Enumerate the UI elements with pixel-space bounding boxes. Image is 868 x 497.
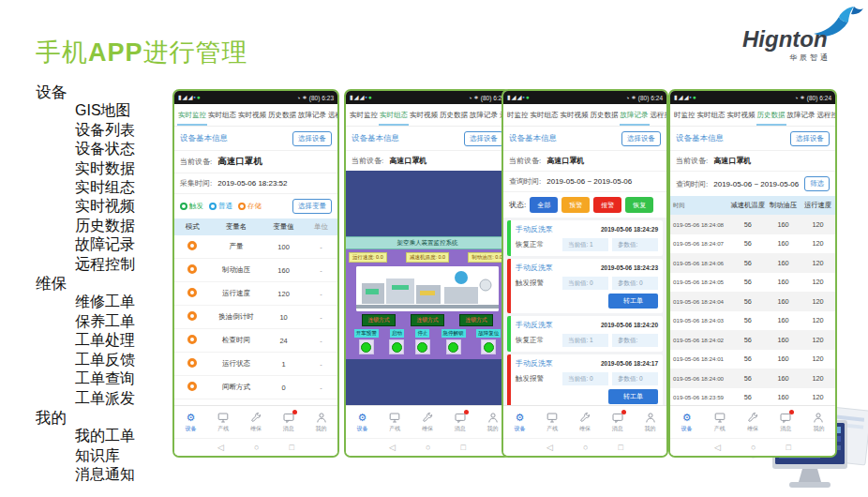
signal-icon: ◢ bbox=[360, 94, 365, 100]
nav-maintenance[interactable]: 维保 bbox=[736, 412, 769, 433]
query-time-value: 2019-05-06 ~ 2019-05-06 bbox=[546, 177, 632, 186]
transfer-workorder-button[interactable]: 转工单 bbox=[608, 294, 658, 309]
nav-device[interactable]: ⚙设备 bbox=[670, 412, 703, 433]
query-time-label: 查询时间: bbox=[509, 176, 541, 187]
filter-recover-button[interactable]: 恢复 bbox=[625, 197, 653, 213]
tab-fault-record[interactable]: 故障记录 bbox=[620, 111, 650, 126]
nav-maintenance[interactable]: 维保 bbox=[412, 412, 444, 433]
tab-fault-record[interactable]: 故障记录 bbox=[297, 111, 327, 126]
filter-button[interactable]: 筛选 bbox=[804, 176, 830, 191]
tab-history-data[interactable]: 历史数据 bbox=[439, 111, 469, 126]
gear-icon: ⚙ bbox=[186, 412, 195, 424]
filter-all-button[interactable]: 全部 bbox=[530, 197, 558, 213]
green-lamp-icon bbox=[448, 342, 458, 353]
tab-fault-record[interactable]: 故障记录 bbox=[786, 111, 816, 126]
device-label: 当前设备: bbox=[180, 157, 212, 167]
tab-realtime-video[interactable]: 实时视频 bbox=[237, 111, 267, 126]
tab-realtime-config[interactable]: 实时组态 bbox=[530, 111, 560, 126]
nav-maintenance[interactable]: 维保 bbox=[569, 412, 602, 433]
table-header: 模式 变量名 变量值 单位 bbox=[174, 218, 337, 235]
indicator-button[interactable] bbox=[389, 339, 404, 354]
nav-production-line[interactable]: 产线 bbox=[703, 412, 736, 433]
section-title: 设备基本信息 bbox=[180, 133, 228, 144]
tab-history-data[interactable]: 历史数据 bbox=[267, 111, 297, 126]
nav-device[interactable]: ⚙设备 bbox=[503, 412, 536, 433]
scada-canvas-bottom bbox=[346, 359, 509, 405]
filter-warning-button[interactable]: 预警 bbox=[561, 197, 590, 213]
title-bold: APP bbox=[88, 38, 143, 67]
outline-item: 维修工单 bbox=[36, 293, 135, 311]
nav-device[interactable]: ⚙设备 bbox=[346, 412, 379, 433]
select-device-button[interactable]: 选择设备 bbox=[292, 131, 332, 146]
back-icon[interactable]: ◁ bbox=[546, 443, 553, 452]
filter-alarm-button[interactable]: 报警 bbox=[593, 197, 621, 213]
table-row: 019-05-06 18:24:0556160120 bbox=[670, 273, 835, 293]
outline-item: 工单派发 bbox=[36, 389, 135, 408]
tab-realtime-monitor[interactable]: 时监控 bbox=[506, 111, 530, 126]
tab-history-data[interactable]: 历史数据 bbox=[590, 111, 620, 126]
nav-mine[interactable]: 我的 bbox=[802, 412, 835, 433]
tab-fault-record[interactable]: 故障记录 bbox=[469, 111, 499, 126]
home-icon[interactable]: ○ bbox=[426, 443, 430, 452]
outline-item: 我的工单 bbox=[36, 427, 135, 445]
tab-remote-control[interactable]: 远程控 bbox=[327, 111, 337, 126]
home-icon[interactable]: ○ bbox=[751, 443, 756, 452]
tab-realtime-video[interactable]: 实时视频 bbox=[409, 111, 439, 126]
tab-realtime-config[interactable]: 实时组态 bbox=[207, 111, 237, 126]
recents-icon[interactable]: □ bbox=[786, 443, 790, 452]
nav-messages[interactable]: 消息 bbox=[770, 412, 802, 433]
clock-icon: ◔ bbox=[468, 95, 471, 101]
recents-icon[interactable]: □ bbox=[289, 443, 293, 452]
nav-mine[interactable]: 我的 bbox=[634, 412, 666, 433]
select-device-button[interactable]: 选择设备 bbox=[790, 131, 830, 146]
home-icon[interactable]: ○ bbox=[254, 443, 259, 452]
machine-image bbox=[356, 266, 499, 311]
tab-realtime-monitor[interactable]: 时监控 bbox=[673, 111, 696, 126]
interlock-mode-button[interactable]: 连锁方式 bbox=[362, 314, 395, 326]
brand-subtitle: 华辰智通 bbox=[789, 53, 831, 63]
recents-icon[interactable]: □ bbox=[460, 443, 465, 452]
indicator-button[interactable] bbox=[359, 339, 374, 354]
nav-production-line[interactable]: 产线 bbox=[379, 412, 412, 433]
tab-realtime-monitor[interactable]: 实时监控 bbox=[349, 111, 379, 126]
sim-icon: ▮ bbox=[350, 94, 353, 100]
nav-messages[interactable]: 消息 bbox=[272, 412, 305, 433]
outline-item: 故障记录 bbox=[36, 235, 135, 254]
back-icon[interactable]: ◁ bbox=[217, 443, 224, 452]
indicator-button[interactable] bbox=[481, 339, 496, 354]
device-name: 高速口罩机 bbox=[389, 156, 427, 166]
tab-remote-control[interactable]: 远程控制 bbox=[650, 111, 667, 126]
recents-icon[interactable]: □ bbox=[618, 443, 622, 452]
nav-production-line[interactable]: 产线 bbox=[536, 412, 569, 433]
signal-icon: ◢ bbox=[517, 94, 522, 100]
nav-device[interactable]: ⚙设备 bbox=[174, 412, 207, 433]
interlock-mode-button[interactable]: 连锁方式 bbox=[411, 314, 443, 326]
select-device-button[interactable]: 选择设备 bbox=[464, 131, 503, 146]
nav-production-line[interactable]: 产线 bbox=[207, 412, 240, 433]
back-icon[interactable]: ◁ bbox=[714, 443, 721, 452]
transfer-workorder-button[interactable]: 转工单 bbox=[608, 389, 658, 404]
nav-messages[interactable]: 消息 bbox=[443, 412, 476, 433]
tab-remote-control[interactable]: 远程控制 bbox=[816, 111, 836, 126]
tab-realtime-config[interactable]: 实时组态 bbox=[696, 111, 726, 126]
nav-maintenance[interactable]: 维保 bbox=[240, 412, 273, 433]
store-mode-icon bbox=[187, 264, 197, 274]
tab-realtime-video[interactable]: 实时视频 bbox=[560, 111, 590, 126]
tab-history-data[interactable]: 历史数据 bbox=[756, 111, 786, 126]
nav-mine[interactable]: 我的 bbox=[305, 412, 337, 433]
select-device-button[interactable]: 选择设备 bbox=[621, 131, 661, 146]
indicator-button[interactable] bbox=[415, 339, 430, 354]
select-variable-button[interactable]: 选择变量 bbox=[292, 199, 332, 214]
tab-realtime-config[interactable]: 实时组态 bbox=[379, 111, 409, 126]
green-lamp-icon bbox=[361, 342, 371, 353]
home-icon[interactable]: ○ bbox=[583, 443, 588, 452]
query-time-value: 2019-05-06 ~ 2019-05-06 bbox=[713, 180, 799, 188]
tab-realtime-video[interactable]: 实时视频 bbox=[726, 111, 756, 126]
tab-realtime-monitor[interactable]: 实时监控 bbox=[177, 111, 207, 126]
outline-group-device: 设备 bbox=[36, 83, 135, 101]
interlock-mode-button[interactable]: 连锁方式 bbox=[459, 314, 492, 326]
nav-messages[interactable]: 消息 bbox=[601, 412, 634, 433]
indicator-button[interactable] bbox=[446, 339, 461, 354]
status-time: 6:24 bbox=[819, 95, 831, 101]
back-icon[interactable]: ◁ bbox=[389, 443, 396, 452]
